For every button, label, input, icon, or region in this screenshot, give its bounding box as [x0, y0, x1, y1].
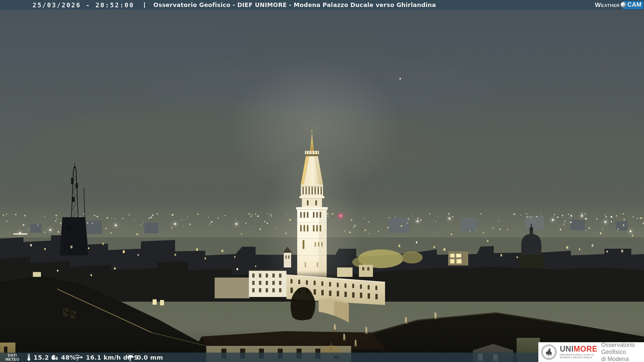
camera-lens-icon [621, 2, 626, 8]
timestamp: 25/03/2026 - 20:52:00 [33, 1, 134, 9]
badge-line1: DATI [3, 353, 21, 357]
weathercam-cam-word: CAM [628, 1, 642, 8]
humidity-icon [50, 353, 59, 361]
thermometer-icon [26, 353, 32, 361]
rain-metric: 0.0 mm [126, 353, 163, 362]
weathercam-cam-box: CAM [623, 1, 644, 9]
sensor-grain [0, 0, 644, 362]
unimore-more: MORE [574, 345, 597, 353]
weathercam-word: Weather [595, 1, 620, 9]
top-status-bar: 25/03/2026 - 20:52:00 | Osservatorio Geo… [0, 0, 644, 10]
webcam-scene [0, 0, 644, 362]
observatory-name: Osservatorio Geofisico di Modena [601, 342, 644, 362]
university-name-line2: MODENA E REGGIO EMILIA [560, 356, 597, 359]
wind-vane-icon [74, 353, 84, 361]
humidity-metric: 48% [50, 353, 76, 362]
camera-title: Osservatorio Geofisico - DIEF UNIMORE - … [153, 2, 436, 8]
unimore-wordmark: UNIMORE UNIVERSITÀ DEGLI STUDI DI MODENA… [560, 345, 597, 359]
weathercam-logo[interactable]: Weather CAM [595, 0, 643, 10]
dati-meteo-badge: DATI METEO [3, 353, 21, 361]
svg-text:1175: 1175 [548, 357, 550, 359]
separator: | [144, 1, 145, 8]
humidity-value: 48% [61, 354, 76, 361]
umbrella-icon [126, 353, 135, 361]
unimore-seal-icon: 1175 [541, 344, 557, 360]
webcam-frame: 25/03/2026 - 20:52:00 | Osservatorio Geo… [0, 0, 644, 362]
university-name-line1: UNIVERSITÀ DEGLI STUDI DI [560, 354, 597, 356]
unimore-logo[interactable]: 1175 UNIMORE UNIVERSITÀ DEGLI STUDI DI M… [538, 342, 644, 362]
rain-value: 0.0 mm [137, 354, 163, 361]
badge-line2: METEO [3, 357, 21, 361]
unimore-uni: UNI [560, 345, 574, 353]
